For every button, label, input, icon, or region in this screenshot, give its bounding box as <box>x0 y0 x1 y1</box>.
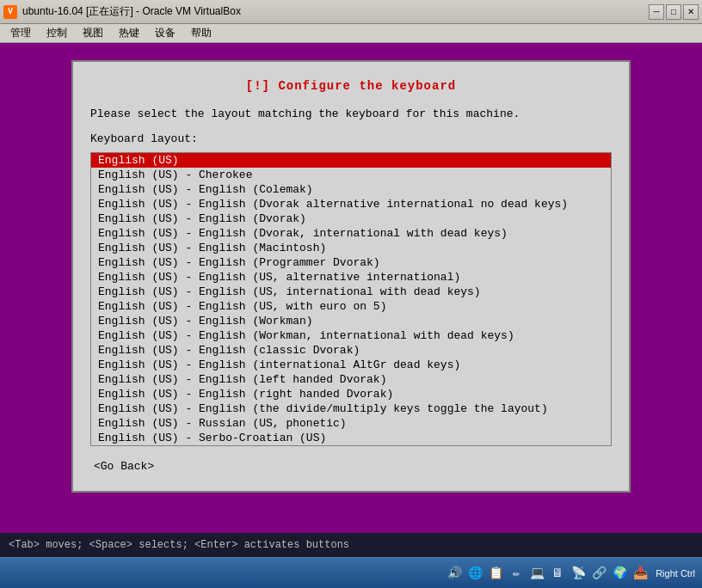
statusbar: <Tab> moves; <Space> selects; <Enter> ac… <box>0 531 702 557</box>
list-item-12[interactable]: English (US) - English (Workman, interna… <box>91 328 611 343</box>
list-item-17[interactable]: English (US) - English (the divide/multi… <box>91 401 611 416</box>
go-back-button[interactable]: <Go Back> <box>94 460 154 473</box>
list-item-6[interactable]: English (US) - English (Macintosh) <box>91 241 611 255</box>
dialog-description: Please select the layout matching the ke… <box>90 107 612 122</box>
list-item-18[interactable]: English (US) - Russian (US, phonetic) <box>91 416 611 431</box>
menu-manage[interactable]: 管理 <box>3 24 38 42</box>
keyboard-layout-list[interactable]: English (US)English (US) - CherokeeEngli… <box>90 152 612 446</box>
titlebar: V ubuntu-16.04 [正在运行] - Oracle VM Virtua… <box>0 0 702 24</box>
main-area: [!] Configure the keyboard Please select… <box>0 43 702 531</box>
list-item-14[interactable]: English (US) - English (international Al… <box>91 358 611 372</box>
list-item-0[interactable]: English (US) <box>91 153 611 168</box>
taskbar: 🔊 🌐 📋 ✏ 💻 🖥 📡 🔗 🌍 📥 Right Ctrl <box>0 557 702 588</box>
list-item-19[interactable]: English (US) - Serbo-Croatian (US) <box>91 431 611 445</box>
keyboard-layout-label: Keyboard layout: <box>90 132 612 145</box>
list-item-10[interactable]: English (US) - English (US, with euro on… <box>91 299 611 314</box>
titlebar-left: V ubuntu-16.04 [正在运行] - Oracle VM Virtua… <box>3 4 241 19</box>
taskbar-icon-signal[interactable]: 📡 <box>570 565 587 582</box>
statusbar-text: <Tab> moves; <Space> selects; <Enter> ac… <box>9 539 349 551</box>
list-item-2[interactable]: English (US) - English (Colemak) <box>91 182 611 197</box>
list-item-5[interactable]: English (US) - English (Dvorak, internat… <box>91 226 611 241</box>
menu-view[interactable]: 视图 <box>76 24 110 42</box>
right-ctrl-label: Right Ctrl <box>656 568 695 579</box>
minimize-button[interactable]: ─ <box>649 4 664 20</box>
dialog-title: [!] Configure the keyboard <box>90 79 612 93</box>
menubar: 管理 控制 视图 热键 设备 帮助 <box>0 24 702 43</box>
configure-keyboard-dialog: [!] Configure the keyboard Please select… <box>71 60 631 493</box>
list-item-8[interactable]: English (US) - English (US, alternative … <box>91 270 611 285</box>
taskbar-icon-globe[interactable]: 🌍 <box>611 565 628 582</box>
taskbar-icon-inbox[interactable]: 📥 <box>631 565 649 582</box>
titlebar-buttons: ─ □ ✕ <box>649 4 699 20</box>
taskbar-icon-edit[interactable]: ✏ <box>508 565 525 582</box>
list-item-1[interactable]: English (US) - Cherokee <box>91 168 611 182</box>
taskbar-icon-speaker[interactable]: 🔊 <box>446 565 463 582</box>
list-item-15[interactable]: English (US) - English (left handed Dvor… <box>91 372 611 387</box>
menu-hotkeys[interactable]: 热键 <box>112 24 146 42</box>
taskbar-icon-display2[interactable]: 🖥 <box>549 565 566 582</box>
menu-devices[interactable]: 设备 <box>148 24 182 42</box>
list-item-16[interactable]: English (US) - English (right handed Dvo… <box>91 387 611 401</box>
list-item-9[interactable]: English (US) - English (US, internationa… <box>91 285 611 299</box>
maximize-button[interactable]: □ <box>666 4 681 20</box>
menu-control[interactable]: 控制 <box>40 24 74 42</box>
taskbar-icon-display1[interactable]: 💻 <box>528 565 545 582</box>
app-icon: V <box>3 5 17 19</box>
list-item-3[interactable]: English (US) - English (Dvorak alternati… <box>91 197 611 211</box>
taskbar-icon-clipboard[interactable]: 📋 <box>487 565 504 582</box>
list-item-13[interactable]: English (US) - English (classic Dvorak) <box>91 343 611 358</box>
list-item-7[interactable]: English (US) - English (Programmer Dvora… <box>91 255 611 270</box>
titlebar-title: ubuntu-16.04 [正在运行] - Oracle VM VirtualB… <box>22 4 241 19</box>
taskbar-icon-link[interactable]: 🔗 <box>590 565 607 582</box>
close-button[interactable]: ✕ <box>683 4 699 20</box>
list-item-11[interactable]: English (US) - English (Workman) <box>91 314 611 328</box>
list-item-4[interactable]: English (US) - English (Dvorak) <box>91 211 611 226</box>
taskbar-icon-network[interactable]: 🌐 <box>466 565 483 582</box>
menu-help[interactable]: 帮助 <box>184 24 219 42</box>
